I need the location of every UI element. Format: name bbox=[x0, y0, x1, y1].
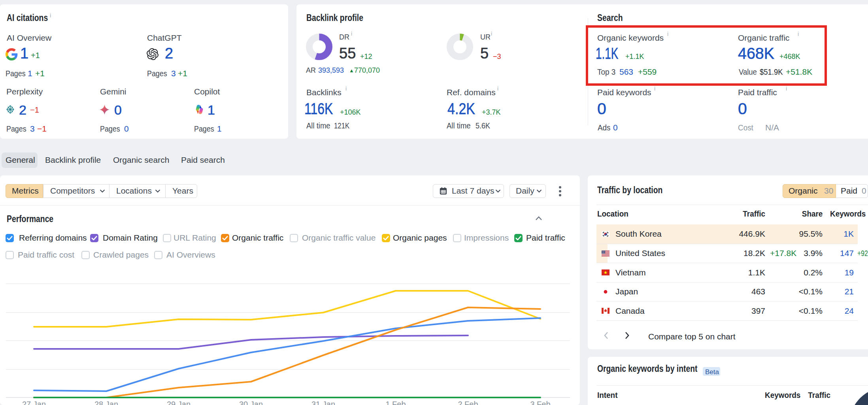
svg-text:28 Jan: 28 Jan bbox=[94, 400, 118, 405]
svg-text:27 Jan: 27 Jan bbox=[22, 400, 46, 405]
svg-text:31 Jan: 31 Jan bbox=[311, 400, 335, 405]
svg-text:1 Feb: 1 Feb bbox=[385, 400, 406, 405]
svg-text:2 Feb: 2 Feb bbox=[458, 400, 478, 405]
svg-text:30 Jan: 30 Jan bbox=[239, 400, 263, 405]
svg-text:3 Feb: 3 Feb bbox=[530, 400, 550, 405]
svg-text:29 Jan: 29 Jan bbox=[167, 400, 191, 405]
